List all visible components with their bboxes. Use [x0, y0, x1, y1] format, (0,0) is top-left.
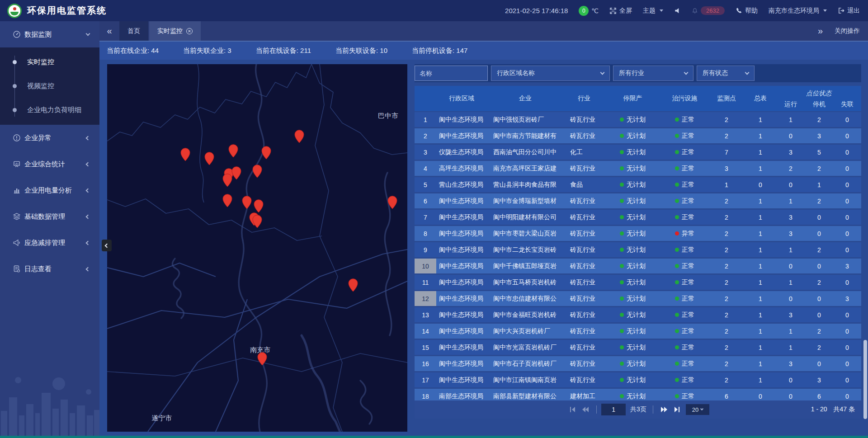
table-row[interactable]: 4高坪生态环境局南充市高坪区王家店建砖瓦行业无计划正常31220	[415, 161, 861, 176]
map-pin[interactable]	[180, 148, 190, 161]
tabs-scroll-right-button[interactable]: »	[818, 26, 823, 36]
row-index: 5	[415, 177, 436, 192]
notification-indicator[interactable]: 2632	[692, 6, 725, 15]
tab-home[interactable]: 首页	[119, 21, 148, 41]
sidebar-item-video-monitor[interactable]: 视频监控	[0, 74, 99, 98]
map-pin[interactable]	[242, 196, 252, 209]
row-index: 12	[415, 291, 436, 306]
map-pin[interactable]	[257, 352, 267, 366]
tabs-scroll-left-button[interactable]: «	[99, 21, 119, 41]
table-row[interactable]: 18南部生态环境局南部县新型建材有限公建材加工无计划正常60060	[415, 389, 861, 400]
map-pin[interactable]	[228, 144, 238, 158]
table-row[interactable]: 12阆中生态环境局阆中市忠信建材有限公砖瓦行业无计划正常21003	[415, 291, 861, 306]
industry-select[interactable]: 所有行业	[613, 66, 693, 81]
fullscreen-button[interactable]: 全屏	[609, 7, 632, 15]
cell-meters: 0	[745, 389, 776, 400]
last-page-button[interactable]	[670, 404, 683, 415]
cell-meters: 1	[745, 340, 776, 355]
speaker-icon	[674, 7, 681, 14]
map-pin[interactable]	[254, 199, 264, 213]
logout-button[interactable]: 退出	[838, 7, 860, 15]
sidebar-item-enterprise-statistics[interactable]: 企业综合统计	[0, 151, 99, 177]
cell-industry: 化工	[564, 145, 604, 160]
map-pin[interactable]	[261, 146, 271, 160]
table-row[interactable]: 14阆中生态环境局阆中大兴页岩机砖厂砖瓦行业无计划正常21120	[415, 324, 861, 339]
map-pin[interactable]	[222, 174, 232, 187]
mute-button[interactable]	[674, 7, 681, 14]
chevron-down-icon	[684, 71, 689, 75]
map-panel[interactable]: 巴中市南充市遂宁市	[107, 64, 407, 432]
status-dot-icon	[675, 264, 679, 268]
status-dot-icon	[675, 394, 679, 398]
next-page-button[interactable]	[658, 404, 670, 415]
help-button[interactable]: 帮助	[736, 7, 758, 15]
row-index: 18	[415, 389, 436, 400]
prev-page-button[interactable]	[579, 404, 592, 415]
tab-close-icon[interactable]	[186, 28, 193, 34]
table-row[interactable]: 8阆中生态环境局阆中市枣碧大梁山页岩砖瓦行业无计划异常21300	[415, 226, 861, 241]
table-row[interactable]: 9阆中生态环境局阆中市二龙长宝页岩砖砖瓦行业无计划正常21120	[415, 242, 861, 257]
page-size-select[interactable]: 20	[686, 404, 709, 415]
cell-points: 2	[708, 259, 745, 273]
status-dot-icon	[675, 362, 679, 366]
org-dropdown[interactable]: 南充市生态环境局	[769, 7, 827, 15]
status-dot-icon	[620, 345, 624, 349]
sidebar-item-data-monitor[interactable]: 数据监测	[0, 21, 99, 47]
sidebar: 数据监测实时监控视频监控企业电力负荷明细企业异常企业综合统计企业用电量分析基础数…	[0, 21, 99, 438]
table-row[interactable]: 17阆中生态环境局阆中市江南镇阆南页岩砖瓦行业无计划正常21030	[415, 372, 861, 387]
map-pin[interactable]	[252, 215, 262, 228]
map-pin[interactable]	[222, 194, 232, 207]
cell-facility-status: 正常	[661, 242, 708, 257]
table-row[interactable]: 5营山生态环境局营山县润丰肉食品有限食品无计划正常10010	[415, 177, 861, 192]
sidebar-item-realtime-monitor[interactable]: 实时监控	[0, 50, 99, 74]
theme-dropdown[interactable]: 主题	[643, 7, 663, 15]
table-row[interactable]: 15阆中生态环境局阆中市光富页岩机砖厂砖瓦行业无计划正常21120	[415, 340, 861, 355]
sidebar-item-power-load-detail[interactable]: 企业电力负荷明细	[0, 98, 99, 122]
sidebar-item-power-analysis[interactable]: 企业用电量分析	[0, 177, 99, 203]
table-row[interactable]: 3仪陇生态环境局西南油气田分公司川中化工无计划正常71350	[415, 145, 861, 160]
status-dot-icon	[675, 345, 679, 349]
table-row[interactable]: 13阆中生态环境局阆中市金福旺页岩机砖砖瓦行业无计划正常21300	[415, 307, 861, 322]
sidebar-item-enterprise-abnormal[interactable]: 企业异常	[0, 125, 99, 151]
cell-facility-status: 正常	[661, 128, 708, 143]
map-pin[interactable]	[348, 278, 358, 292]
map-collapse-button[interactable]	[102, 240, 112, 251]
table-row[interactable]: 7阆中生态环境局阆中明阳建材有限公司砖瓦行业无计划正常21300	[415, 210, 861, 225]
map-pin[interactable]	[294, 130, 304, 143]
table-row[interactable]: 11阆中生态环境局阆中市五马桥页岩机砖砖瓦行业无计划正常21120	[415, 275, 861, 290]
scrollbar-thumb[interactable]	[863, 340, 867, 419]
temperature-indicator: 0 ℃	[579, 6, 599, 16]
chevron-left-icon	[104, 243, 109, 248]
vertical-scrollbar[interactable]	[863, 60, 867, 436]
timeline-dot-icon	[13, 60, 17, 64]
cell-running: 3	[776, 210, 805, 225]
status-select[interactable]: 所有状态	[697, 66, 755, 81]
page-number-input[interactable]	[601, 404, 626, 415]
cell-meters: 1	[745, 128, 776, 143]
skyline-decoration	[0, 370, 99, 438]
tab-realtime-monitor[interactable]: 实时监控	[149, 21, 201, 41]
table-row[interactable]: 10阆中生态环境局阆中千佛镇五郎垭页岩砖瓦行业无计划正常21003	[415, 259, 861, 273]
sidebar-item-emergency-reduction[interactable]: 应急减排管理	[0, 230, 99, 256]
cell-limit-status: 无计划	[604, 275, 661, 290]
cell-industry: 砖瓦行业	[564, 340, 604, 355]
name-search-input[interactable]	[415, 66, 488, 81]
close-operations-button[interactable]: 关闭操作	[835, 27, 860, 35]
cell-offline: 3	[833, 291, 861, 306]
table-row[interactable]: 2阆中生态环境局阆中市南方节能建材有砖瓦行业无计划正常21030	[415, 128, 861, 143]
map-pin[interactable]	[231, 166, 241, 180]
sidebar-item-base-data[interactable]: 基础数据管理	[0, 203, 99, 230]
table-row[interactable]: 1阆中生态环境局阆中强锐页岩砖厂砖瓦行业无计划正常21120	[415, 112, 861, 127]
sidebar-item-log-view[interactable]: 日志查看	[0, 256, 99, 282]
status-dot-icon	[675, 199, 679, 203]
temperature-unit: ℃	[591, 7, 599, 14]
map-pin[interactable]	[204, 152, 214, 165]
sidebar-subitem-label: 企业电力负荷明细	[27, 106, 81, 114]
first-page-button[interactable]	[566, 404, 579, 415]
table-row[interactable]: 6阆中生态环境局阆中市金博瑞新型墙材砖瓦行业无计划正常21120	[415, 193, 861, 208]
map-pin[interactable]	[252, 165, 262, 178]
region-select[interactable]: 行政区域名称	[491, 66, 610, 81]
map-pin[interactable]	[387, 196, 397, 209]
total-pages-label: 共3页	[630, 405, 646, 414]
table-row[interactable]: 16阆中生态环境局阆中市石子页岩机砖厂砖瓦行业无计划正常21300	[415, 356, 861, 371]
